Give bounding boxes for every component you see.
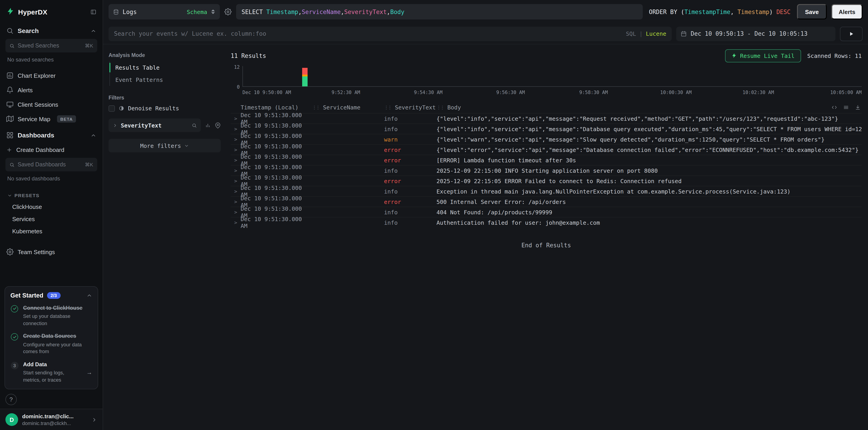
chevron-up-icon[interactable] [90, 132, 96, 138]
sidebar-section-search[interactable]: Search [0, 24, 103, 38]
drag-handle-icon[interactable]: ⋮⋮ [384, 105, 392, 110]
sidebar-nav-item[interactable]: Service Map BETA [0, 112, 103, 126]
get-started-item[interactable]: Connect to ClickHouse Set up your databa… [10, 305, 92, 327]
date-range-picker[interactable]: Dec 10 09:50:13 - Dec 10 10:05:13 [676, 27, 835, 41]
order-by-clause[interactable]: ORDER BY (TimestampTime, Timestamp) DESC [649, 8, 790, 15]
denoise-label[interactable]: Denoise Results [128, 105, 179, 112]
row-expander-icon[interactable]: > [231, 209, 241, 215]
create-dashboard-label: Create Dashboard [16, 146, 64, 153]
presets-header[interactable]: PRESETS [0, 187, 103, 201]
table-rows: > Dec 10 9:51:30.000 AM info {"level":"i… [231, 113, 862, 227]
results-section: 11 Results Resume Live Tail Scanned Rows… [226, 44, 868, 430]
get-started-item-title: Add Data [23, 361, 82, 368]
row-expander-icon[interactable]: > [231, 178, 241, 184]
table-row[interactable]: > Dec 10 9:51:30.000 AM info Exception i… [231, 186, 862, 196]
table-row[interactable]: > Dec 10 9:51:30.000 AM info {"level":"i… [231, 124, 862, 134]
table-row[interactable]: > Dec 10 9:51:30.000 AM error 2025-12-09… [231, 175, 862, 186]
row-body: {"level":"info","service":"api","message… [436, 115, 862, 122]
user-menu[interactable]: D dominic.tran@clic... dominic.tran@clic… [0, 409, 103, 430]
mode-event-patterns[interactable]: Event Patterns [110, 74, 221, 86]
table-row[interactable]: > Dec 10 9:51:30.000 AM warn {"level":"w… [231, 134, 862, 144]
column-body[interactable]: ⋮⋮Body [436, 104, 827, 110]
mode-lucene[interactable]: Lucene [646, 30, 666, 37]
row-body: {"level":"error","service":"api","messag… [436, 146, 862, 153]
table-row[interactable]: > Dec 10 9:51:30.000 AM info Authenticat… [231, 217, 862, 227]
preset-item[interactable]: Services [0, 213, 103, 225]
saved-dashboards-input[interactable]: Saved Dashboards ⌘K [5, 158, 97, 171]
source-selector[interactable]: Logs Schema [108, 4, 220, 20]
mode-sql[interactable]: SQL [626, 30, 636, 37]
sidebar-nav-item[interactable]: Alerts [0, 83, 103, 97]
row-body: 2025-12-09 22:15:05 ERROR Failed to conn… [436, 177, 862, 184]
source-settings-gear-icon[interactable] [224, 8, 231, 15]
row-body: 500 Internal Server Error: /api/orders [436, 198, 862, 205]
denoise-checkbox[interactable] [108, 105, 115, 111]
team-settings-button[interactable]: Team Settings [0, 244, 103, 259]
table-row[interactable]: > Dec 10 9:51:30.000 AM info 2025-12-09 … [231, 165, 862, 175]
drag-handle-icon[interactable]: ⋮⋮ [312, 105, 320, 110]
sidebar-nav-item[interactable]: Client Sessions [0, 97, 103, 112]
pin-icon[interactable] [215, 122, 221, 128]
chart-plot[interactable] [243, 66, 862, 87]
row-expander-icon[interactable]: > [231, 220, 241, 225]
chart-icon[interactable] [205, 122, 211, 128]
chevron-up-icon[interactable] [86, 293, 92, 298]
row-expander-icon[interactable]: > [231, 199, 241, 205]
table-row[interactable]: > Dec 10 9:51:30.000 AM error {"level":"… [231, 144, 862, 155]
sql-query-input[interactable]: SELECT Timestamp,ServiceName,SeverityTex… [236, 4, 643, 20]
column-severitytext[interactable]: ⋮⋮SeverityText [384, 104, 436, 110]
run-query-button[interactable] [840, 27, 863, 41]
sidebar-nav-item[interactable]: Chart Explorer [0, 68, 103, 83]
results-histogram: 12 0 Dec 10 9:50:00 AM9:52:30 AM9:54:30 … [231, 66, 862, 97]
row-expander-icon[interactable]: > [231, 136, 241, 142]
row-density-icon[interactable] [843, 104, 849, 110]
chevron-up-icon[interactable] [90, 28, 96, 34]
chart-bar[interactable] [302, 68, 308, 87]
presets-label: PRESETS [14, 193, 39, 198]
row-expander-icon[interactable]: > [231, 168, 241, 173]
row-expander-icon[interactable]: > [231, 147, 241, 153]
column-servicename[interactable]: ⋮⋮ServiceName [312, 104, 384, 110]
row-expander-icon[interactable]: > [231, 157, 241, 163]
saved-searches-input[interactable]: Saved Searches ⌘K [5, 39, 97, 53]
event-search-box[interactable]: SQL | Lucene [108, 27, 672, 41]
chart-x-label: 10:00:30 AM [660, 90, 691, 95]
save-button[interactable]: Save [797, 4, 827, 20]
get-started-item[interactable]: 3 Add Data Start sending logs, metrics, … [10, 361, 92, 384]
row-expander-icon[interactable]: > [231, 188, 241, 194]
drag-handle-icon[interactable]: ⋮⋮ [436, 105, 445, 110]
main-area: Logs Schema SELECT Timestamp,ServiceName… [103, 0, 868, 430]
create-dashboard-button[interactable]: Create Dashboard [0, 142, 103, 157]
progress-badge: 2/3 [47, 292, 61, 299]
search-icon [6, 27, 13, 34]
table-row[interactable]: > Dec 10 9:51:30.000 AM error [ERROR] La… [231, 155, 862, 165]
help-button[interactable]: ? [5, 394, 17, 405]
sidebar-collapse-icon[interactable] [90, 9, 96, 15]
get-started-item-title: Connect to ClickHouse [23, 305, 92, 312]
play-icon [848, 31, 854, 36]
database-icon [113, 9, 119, 15]
download-icon[interactable] [855, 104, 861, 110]
more-filters-button[interactable]: More filters [108, 139, 221, 153]
resume-live-tail-button[interactable]: Resume Live Tail [725, 49, 801, 62]
table-row[interactable]: > Dec 10 9:51:30.000 AM info 404 Not Fou… [231, 207, 862, 217]
table-row[interactable]: > Dec 10 9:51:30.000 AM info {"level":"i… [231, 113, 862, 124]
logo-row: HyperDX [0, 0, 103, 24]
alerts-button[interactable]: Alerts [831, 4, 863, 20]
row-body: Authentication failed for user: john@exa… [436, 219, 862, 226]
preset-item[interactable]: Kubernetes [0, 225, 103, 237]
severity-filter[interactable]: SeverityText [108, 119, 201, 132]
search-input[interactable] [114, 30, 622, 37]
query-token: , [387, 8, 390, 15]
column-timestamp[interactable]: Timestamp (Local) [241, 104, 312, 110]
mode-results-table[interactable]: Results Table [110, 62, 221, 74]
row-expander-icon[interactable]: > [231, 115, 241, 122]
dashboards-section-label: Dashboards [18, 132, 54, 139]
table-row[interactable]: > Dec 10 9:51:30.000 AM error 500 Intern… [231, 196, 862, 207]
row-severity: error [384, 177, 436, 184]
code-view-icon[interactable] [831, 104, 837, 110]
preset-item[interactable]: ClickHouse [0, 201, 103, 213]
sidebar-section-dashboards[interactable]: Dashboards [0, 128, 103, 142]
get-started-item[interactable]: Create Data Sources Configure where your… [10, 333, 92, 355]
row-expander-icon[interactable]: > [231, 126, 241, 132]
